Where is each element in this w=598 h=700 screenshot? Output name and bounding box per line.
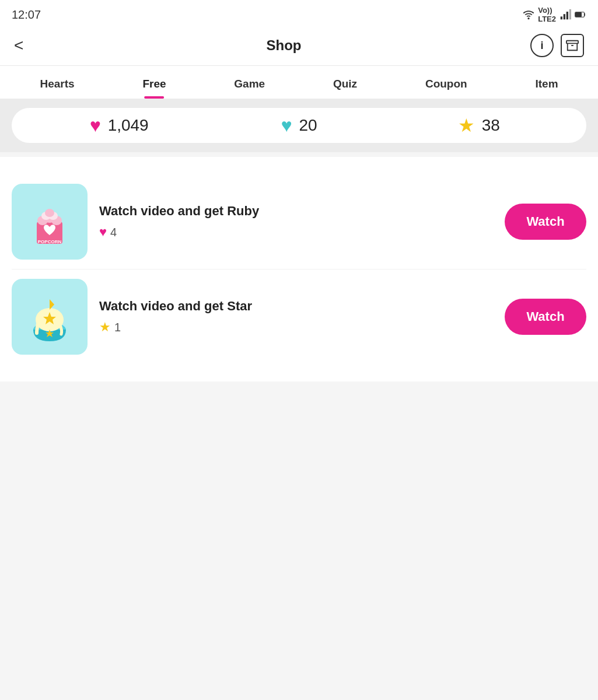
status-time: 12:07: [12, 8, 41, 22]
reward-icon-star: ★: [99, 320, 111, 335]
item-title-ruby: Watch video and get Ruby: [99, 204, 493, 219]
popcorn-icon: POPCORN: [20, 192, 79, 251]
star-icon: ★: [458, 116, 475, 135]
info-icon: i: [540, 40, 543, 52]
tabs-container: Hearts Free Game Quiz Coupon Item: [0, 66, 598, 99]
item-info-ruby: Watch video and get Ruby ♥ 4: [99, 204, 493, 240]
balance-section: ♥ 1,049 ♥ 20 ★ 38: [0, 99, 598, 152]
pink-heart-icon: ♥: [90, 116, 101, 135]
archive-button[interactable]: [561, 34, 584, 57]
teal-heart-icon: ♥: [281, 116, 292, 135]
reward-icon-ruby: ♥: [99, 225, 107, 240]
tab-game[interactable]: Game: [229, 72, 270, 99]
svg-rect-4: [569, 9, 571, 20]
svg-point-0: [528, 18, 529, 19]
svg-rect-2: [564, 14, 565, 19]
status-bar: 12:07 Vo))LTE2: [0, 0, 598, 28]
item-thumbnail-star: [12, 279, 88, 355]
content: POPCORN Watch video and get Ruby ♥ 4 Wat…: [0, 157, 598, 382]
item-card-star: Watch video and get Star ★ 1 Watch: [12, 270, 586, 364]
lte-icon: Vo))LTE2: [538, 6, 556, 23]
icecream-icon: [20, 288, 79, 346]
back-button[interactable]: <: [14, 36, 37, 55]
star-value: 38: [482, 116, 500, 135]
watch-button-star[interactable]: Watch: [505, 299, 586, 335]
item-thumbnail-ruby: POPCORN: [12, 184, 88, 260]
svg-text:POPCORN: POPCORN: [38, 239, 62, 244]
teal-heart-value: 20: [299, 116, 317, 135]
item-reward-ruby: ♥ 4: [99, 225, 493, 240]
svg-rect-3: [566, 12, 568, 19]
header-actions: i: [530, 34, 584, 57]
reward-value-ruby: 4: [110, 226, 117, 239]
pink-heart-balance: ♥ 1,049: [29, 116, 209, 135]
tabs: Hearts Free Game Quiz Coupon Item: [6, 66, 592, 99]
info-button[interactable]: i: [530, 34, 554, 57]
status-icons: Vo))LTE2: [523, 6, 586, 23]
svg-rect-6: [575, 12, 581, 16]
balance-bar: ♥ 1,049 ♥ 20 ★ 38: [12, 108, 586, 143]
watch-button-ruby[interactable]: Watch: [505, 204, 586, 240]
pink-heart-value: 1,049: [108, 116, 149, 135]
wifi-icon: [523, 9, 534, 20]
star-balance: ★ 38: [389, 116, 569, 135]
item-reward-star: ★ 1: [99, 320, 493, 335]
header: < Shop i: [0, 28, 598, 66]
teal-heart-balance: ♥ 20: [209, 116, 389, 135]
battery-icon: [575, 9, 586, 20]
tab-quiz[interactable]: Quiz: [328, 72, 362, 99]
item-card-ruby: POPCORN Watch video and get Ruby ♥ 4 Wat…: [12, 174, 586, 270]
page-title: Shop: [267, 37, 302, 54]
archive-icon: [566, 39, 579, 52]
item-title-star: Watch video and get Star: [99, 299, 493, 314]
item-info-star: Watch video and get Star ★ 1: [99, 299, 493, 335]
svg-rect-7: [566, 41, 578, 44]
svg-point-16: [45, 209, 54, 217]
tab-free[interactable]: Free: [138, 72, 170, 99]
svg-rect-1: [561, 16, 562, 19]
signal-icon: [559, 9, 571, 20]
tab-coupon[interactable]: Coupon: [421, 72, 472, 99]
reward-value-star: 1: [114, 321, 121, 334]
tab-hearts[interactable]: Hearts: [35, 72, 79, 99]
tab-item[interactable]: Item: [531, 72, 563, 99]
